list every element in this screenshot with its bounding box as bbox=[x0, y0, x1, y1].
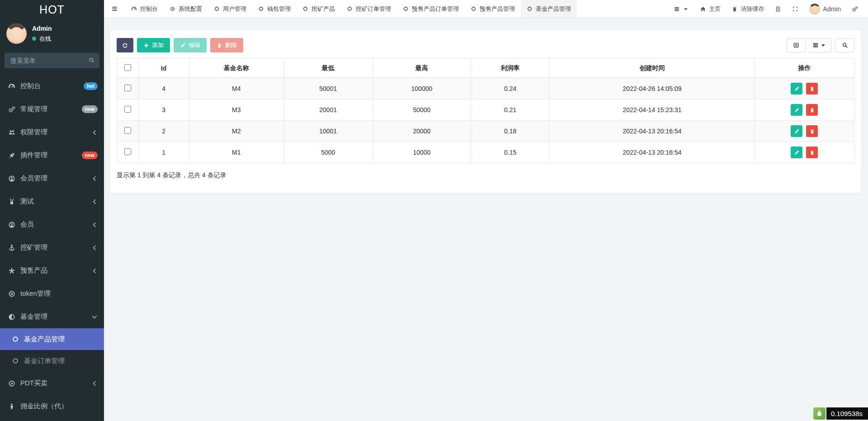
col-min: 最低 bbox=[283, 58, 373, 78]
sidebar-item-test[interactable]: 测试 bbox=[0, 190, 104, 213]
table-panel: 添加 编辑 删除 bbox=[110, 30, 861, 193]
row-delete-button[interactable] bbox=[806, 104, 818, 116]
sidebar: HOT Admin 在线 控制台 hot 常规管理 new 权限管理 插件管理 bbox=[0, 0, 104, 421]
chevron-left-icon bbox=[91, 175, 98, 182]
trash-icon bbox=[809, 107, 815, 113]
rocket-icon bbox=[8, 152, 15, 159]
columns-dropdown-button[interactable] bbox=[808, 38, 831, 52]
sidebar-item-presale[interactable]: 预售产品 bbox=[0, 259, 104, 282]
search-icon bbox=[842, 42, 848, 48]
sidebar-item-addon[interactable]: 插件管理 new bbox=[0, 144, 104, 167]
chevron-left-icon bbox=[91, 129, 98, 136]
refresh-button[interactable] bbox=[117, 38, 133, 52]
caret-down-icon bbox=[683, 6, 689, 12]
doc-button[interactable] bbox=[769, 0, 787, 18]
caret-down-icon bbox=[820, 42, 826, 48]
tab-mining-product[interactable]: 挖矿产品 bbox=[297, 0, 341, 18]
search-icon bbox=[89, 57, 95, 63]
list-alt-icon bbox=[793, 42, 799, 48]
delete-button[interactable]: 删除 bbox=[210, 38, 243, 52]
row-edit-button[interactable] bbox=[791, 125, 802, 137]
sidebar-item-commission[interactable]: 佣金比例（代） bbox=[0, 395, 104, 418]
trace-toggle-button[interactable] bbox=[813, 407, 826, 420]
chevron-left-icon bbox=[91, 267, 98, 274]
row-checkbox[interactable] bbox=[124, 148, 131, 155]
chevron-left-icon bbox=[91, 380, 98, 387]
select-all-cell bbox=[117, 58, 138, 78]
sidebar-item-dashboard[interactable]: 控制台 hot bbox=[0, 75, 104, 98]
user-name: Admin bbox=[32, 25, 52, 32]
table-row: 1 M1 5000 10000 0.15 2022-04-13 20:16:54 bbox=[117, 142, 854, 163]
tab-presale-order[interactable]: 预售产品订单管理 bbox=[397, 0, 465, 18]
hot-badge: hot bbox=[84, 82, 98, 90]
avatar[interactable] bbox=[6, 24, 27, 44]
gears-icon bbox=[8, 106, 15, 113]
pencil-icon bbox=[180, 43, 186, 48]
menu-search-input[interactable] bbox=[5, 53, 99, 68]
tab-presale-manage[interactable]: 预售产品管理 bbox=[465, 0, 521, 18]
home-link[interactable]: 主页 bbox=[694, 0, 726, 18]
sidebar-item-fund-order[interactable]: 基金订单管理 bbox=[0, 350, 104, 372]
sidebar-item-token[interactable]: token管理 bbox=[0, 282, 104, 305]
tab-fund-product[interactable]: 基金产品管理 bbox=[521, 0, 577, 18]
fund-submenu: 基金产品管理 基金订单管理 bbox=[0, 328, 104, 372]
col-id: Id bbox=[138, 58, 189, 78]
row-checkbox[interactable] bbox=[124, 85, 131, 91]
clear-cache-button[interactable]: 清除缓存 bbox=[726, 0, 769, 18]
sidebar-item-member[interactable]: 会员 bbox=[0, 213, 104, 236]
circle-o-icon bbox=[347, 6, 353, 12]
gear-icon bbox=[170, 6, 175, 12]
circle-o-icon bbox=[302, 6, 308, 12]
sidebar-item-member-manage[interactable]: 会员管理 bbox=[0, 167, 104, 190]
row-delete-button[interactable] bbox=[806, 83, 818, 95]
sidebar-item-general[interactable]: 常规管理 new bbox=[0, 98, 104, 121]
tab-dashboard[interactable]: 控制台 bbox=[125, 0, 164, 18]
trash-icon bbox=[809, 128, 815, 134]
document-icon bbox=[775, 6, 781, 12]
search-toggle-button[interactable] bbox=[835, 38, 854, 52]
tabs-list-dropdown[interactable] bbox=[668, 0, 694, 18]
user-circle-icon bbox=[8, 221, 15, 228]
circle-o-icon bbox=[12, 336, 19, 343]
row-checkbox[interactable] bbox=[124, 106, 131, 113]
person-icon bbox=[8, 403, 15, 410]
row-checkbox[interactable] bbox=[124, 127, 131, 134]
user-status: 在线 bbox=[39, 35, 51, 43]
row-delete-button[interactable] bbox=[806, 147, 818, 158]
gears-icon bbox=[852, 6, 858, 12]
row-delete-button[interactable] bbox=[806, 125, 818, 137]
row-edit-button[interactable] bbox=[791, 104, 802, 116]
sidebar-item-auth[interactable]: 权限管理 bbox=[0, 121, 104, 144]
sidebar-menu: 控制台 hot 常规管理 new 权限管理 插件管理 new 会员管理 测试 bbox=[0, 75, 104, 418]
avatar bbox=[809, 4, 820, 14]
debug-trace-badge: 0.109538s bbox=[813, 407, 868, 420]
tachometer-icon bbox=[8, 83, 15, 90]
tab-system-config[interactable]: 系统配置 bbox=[164, 0, 208, 18]
users-icon bbox=[8, 129, 15, 136]
fullscreen-button[interactable] bbox=[787, 0, 804, 18]
tab-wallet-manage[interactable]: 钱包管理 bbox=[252, 0, 297, 18]
sidebar-item-mining[interactable]: 挖矿管理 bbox=[0, 236, 104, 259]
token-circle-icon bbox=[8, 290, 15, 298]
circle-o-icon bbox=[403, 6, 409, 12]
row-edit-button[interactable] bbox=[791, 147, 802, 158]
pencil-icon bbox=[794, 150, 800, 156]
tab-mining-order[interactable]: 挖矿订单管理 bbox=[341, 0, 397, 18]
col-created: 创建时间 bbox=[550, 58, 755, 78]
trash-icon bbox=[731, 6, 738, 12]
content-area: 添加 编辑 删除 bbox=[104, 18, 868, 421]
row-edit-button[interactable] bbox=[791, 83, 802, 95]
detail-view-button[interactable] bbox=[787, 38, 806, 52]
user-menu[interactable]: Admin bbox=[804, 0, 846, 18]
sidebar-toggle-button[interactable] bbox=[104, 0, 125, 18]
col-actions: 操作 bbox=[755, 58, 854, 78]
settings-button[interactable] bbox=[846, 0, 863, 18]
edit-button[interactable]: 编辑 bbox=[174, 38, 207, 52]
select-all-checkbox[interactable] bbox=[124, 64, 131, 71]
top-navbar: 控制台 系统配置 用户管理 钱包管理 挖矿产品 挖矿订单管理 预售产品订单管理 bbox=[104, 0, 868, 18]
sidebar-item-fund-product[interactable]: 基金产品管理 bbox=[0, 328, 104, 350]
sidebar-item-pdt[interactable]: PDT买卖 bbox=[0, 372, 104, 395]
tab-user-manage[interactable]: 用户管理 bbox=[208, 0, 252, 18]
add-button[interactable]: 添加 bbox=[137, 38, 170, 52]
sidebar-item-fund[interactable]: 基金管理 bbox=[0, 305, 104, 328]
